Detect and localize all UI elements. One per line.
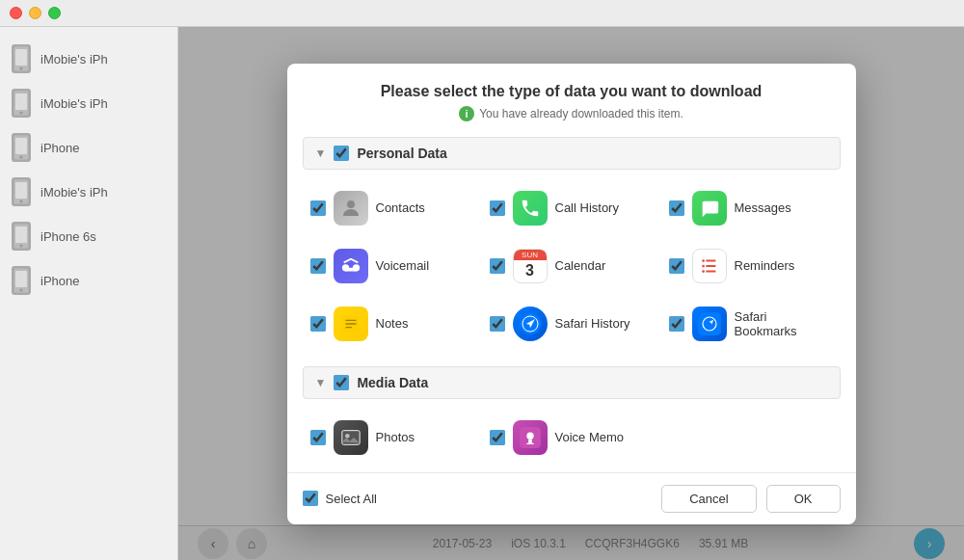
sidebar-item-device4[interactable]: iMobie's iPh bbox=[0, 170, 177, 214]
device-icon bbox=[12, 89, 31, 118]
select-all-checkbox[interactable] bbox=[303, 491, 318, 506]
close-button[interactable] bbox=[10, 7, 22, 19]
safari-history-icon bbox=[513, 307, 548, 341]
svg-point-26 bbox=[702, 264, 705, 267]
svg-rect-1 bbox=[15, 49, 27, 66]
modal-body: ▼ Personal Data bbox=[287, 129, 856, 472]
info-icon: i bbox=[459, 106, 474, 121]
safari-bookmarks-checkbox[interactable] bbox=[669, 316, 684, 332]
call-history-label: Call History bbox=[555, 200, 619, 215]
contacts-item: Contacts bbox=[303, 181, 482, 235]
sidebar-item-device6[interactable]: iPhone bbox=[0, 258, 177, 303]
chevron-down-icon-media: ▼ bbox=[315, 376, 327, 389]
messages-icon bbox=[692, 191, 727, 226]
messages-item: Messages bbox=[661, 181, 841, 235]
chevron-down-icon: ▼ bbox=[315, 147, 327, 160]
call-history-icon bbox=[513, 191, 548, 226]
voice-memo-label: Voice Memo bbox=[555, 430, 625, 444]
app-container: iMobie's iPh iMobie's iPh iPhone bbox=[0, 27, 964, 560]
ok-button[interactable]: OK bbox=[766, 485, 841, 513]
voice-memo-checkbox[interactable] bbox=[490, 430, 505, 445]
sidebar-item-label: iPhone 6s bbox=[40, 229, 96, 244]
media-data-grid: Photos bbox=[303, 407, 841, 472]
svg-point-39 bbox=[345, 433, 350, 438]
svg-rect-42 bbox=[528, 439, 532, 443]
sidebar-item-label: iPhone bbox=[40, 141, 79, 155]
sidebar-item-device2[interactable]: iMobie's iPh bbox=[0, 81, 177, 125]
voice-memo-item: Voice Memo bbox=[482, 411, 661, 465]
safari-bookmarks-item: Safari Bookmarks bbox=[661, 297, 841, 351]
notes-label: Notes bbox=[376, 316, 409, 331]
modal-overlay: Please select the type of data you want … bbox=[178, 27, 964, 560]
photos-label: Photos bbox=[376, 430, 415, 444]
sidebar-item-label: iMobie's iPh bbox=[40, 52, 108, 67]
personal-data-label: Personal Data bbox=[357, 146, 446, 161]
modal-subtitle-text: You have already downloaded this item. bbox=[479, 107, 683, 120]
messages-checkbox[interactable] bbox=[669, 200, 684, 216]
photos-checkbox[interactable] bbox=[310, 430, 326, 445]
svg-rect-13 bbox=[15, 227, 27, 243]
safari-history-item: Safari History bbox=[482, 297, 661, 351]
svg-point-5 bbox=[20, 112, 23, 115]
svg-rect-4 bbox=[15, 93, 27, 110]
svg-point-14 bbox=[20, 245, 23, 248]
personal-data-grid: Contacts Call History bbox=[303, 177, 841, 359]
sidebar: iMobie's iPh iMobie's iPh iPhone bbox=[0, 27, 178, 560]
personal-data-checkbox[interactable] bbox=[334, 146, 349, 161]
personal-data-section-header: ▼ Personal Data bbox=[303, 137, 841, 170]
modal-dialog: Please select the type of data you want … bbox=[287, 64, 856, 524]
calendar-icon: SUN 3 bbox=[513, 249, 548, 283]
svg-point-8 bbox=[20, 156, 23, 159]
voicemail-item: Voicemail bbox=[303, 239, 482, 293]
cancel-button[interactable]: Cancel bbox=[661, 485, 756, 513]
notes-checkbox[interactable] bbox=[310, 316, 326, 332]
device-icon bbox=[12, 222, 31, 251]
sidebar-item-device3[interactable]: iPhone bbox=[0, 125, 177, 170]
calendar-checkbox[interactable] bbox=[490, 258, 505, 274]
content-area: ‹ ⌂ 2017-05-23 iOS 10.3.1 CCQRF3H4GGK6 3… bbox=[178, 27, 964, 560]
reminders-label: Reminders bbox=[735, 258, 795, 273]
reminders-icon bbox=[692, 249, 727, 283]
svg-rect-10 bbox=[15, 182, 27, 199]
reminders-checkbox[interactable] bbox=[669, 258, 684, 274]
svg-point-41 bbox=[526, 432, 533, 439]
voicemail-icon bbox=[334, 249, 368, 283]
sidebar-item-label: iMobie's iPh bbox=[40, 185, 108, 200]
select-all-label: Select All bbox=[326, 492, 377, 506]
sidebar-item-label: iMobie's iPh bbox=[40, 96, 108, 111]
safari-history-label: Safari History bbox=[555, 316, 630, 331]
messages-label: Messages bbox=[735, 200, 791, 215]
maximize-button[interactable] bbox=[48, 7, 61, 19]
sidebar-item-device5[interactable]: iPhone 6s bbox=[0, 214, 177, 258]
media-data-label: Media Data bbox=[357, 375, 428, 390]
contacts-checkbox[interactable] bbox=[310, 200, 326, 216]
contacts-label: Contacts bbox=[376, 200, 425, 215]
device-icon bbox=[12, 133, 31, 162]
call-history-checkbox[interactable] bbox=[490, 200, 505, 216]
svg-point-27 bbox=[702, 270, 705, 273]
svg-point-18 bbox=[347, 200, 355, 208]
call-history-item: Call History bbox=[482, 181, 661, 235]
reminders-item: Reminders bbox=[661, 239, 841, 293]
safari-bookmarks-icon bbox=[692, 307, 727, 341]
minimize-button[interactable] bbox=[29, 7, 41, 19]
svg-point-25 bbox=[702, 259, 705, 262]
photos-icon bbox=[334, 420, 368, 455]
device-icon bbox=[12, 177, 31, 206]
notes-icon bbox=[334, 307, 368, 341]
svg-point-17 bbox=[20, 289, 23, 292]
svg-rect-7 bbox=[15, 138, 27, 154]
voice-memo-icon bbox=[513, 420, 548, 455]
media-data-checkbox[interactable] bbox=[334, 375, 349, 390]
safari-bookmarks-label: Safari Bookmarks bbox=[735, 309, 833, 338]
voicemail-checkbox[interactable] bbox=[310, 258, 326, 274]
calendar-label: Calendar bbox=[555, 258, 606, 273]
photos-item: Photos bbox=[303, 411, 482, 465]
titlebar bbox=[0, 0, 964, 27]
svg-rect-21 bbox=[345, 267, 356, 271]
notes-item: Notes bbox=[303, 297, 482, 351]
contacts-icon bbox=[334, 191, 368, 226]
sidebar-item-device1[interactable]: iMobie's iPh bbox=[0, 37, 177, 81]
safari-history-checkbox[interactable] bbox=[490, 316, 505, 332]
calendar-item: SUN 3 Calendar bbox=[482, 239, 661, 293]
